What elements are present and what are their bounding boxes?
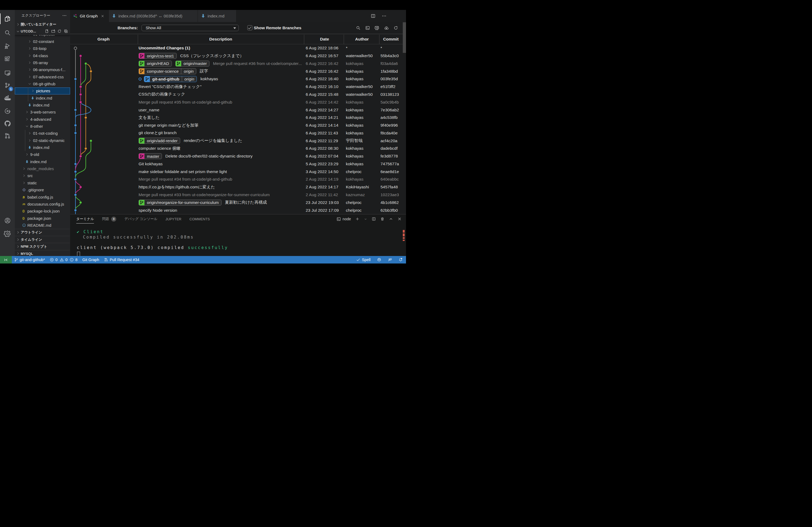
activity-gitlens-icon[interactable] xyxy=(0,105,15,118)
branch-label-origin/css-test1[interactable]: origin/css-test1 xyxy=(139,53,177,59)
commit-row-f03a4da6[interactable]: origin/HEADorigin/masterMerge pull reque… xyxy=(70,60,406,67)
status-item-git-and-github-[interactable]: git-and-github* xyxy=(14,258,45,262)
new-file-icon[interactable] xyxy=(45,29,49,33)
status-item-bell-icon[interactable] xyxy=(398,258,403,262)
tree-item-02-static-dynamic[interactable]: 02-static-dynamic xyxy=(15,137,70,144)
activity-explorer-icon[interactable] xyxy=(0,12,15,25)
trash-icon[interactable] xyxy=(380,217,385,221)
commit-row-9f40e996[interactable]: git merge origin mainなどを加筆6 Aug 2022 14:… xyxy=(70,122,406,129)
tree-item-pictures[interactable]: pictures xyxy=(15,88,70,94)
status-item-git-graph[interactable]: Git Graph xyxy=(83,258,99,262)
open-editors-section[interactable]: 開いているエディター xyxy=(15,21,70,28)
tree-item-3-web-servers[interactable]: 3-web-servers xyxy=(15,109,70,116)
activity-accounts-icon[interactable] xyxy=(0,214,15,227)
close-icon[interactable] xyxy=(397,217,402,221)
commit-row-7475677a[interactable]: Git kokhayas5 Aug 2022 23:29kokhayas7475… xyxy=(70,160,406,168)
tree-item-04-class[interactable]: 04-class xyxy=(15,52,70,59)
activity-remote-explorer-icon[interactable] xyxy=(0,66,15,79)
tree-item-03-loop[interactable]: 03-loop xyxy=(15,45,70,52)
search-icon[interactable] xyxy=(356,26,361,30)
terminal-shell-selector[interactable]: node xyxy=(336,217,351,221)
activity-settings-icon[interactable] xyxy=(0,227,15,240)
activity-docker-icon[interactable] xyxy=(0,91,15,104)
status-item-pull-request-34[interactable]: Pull Request #34 xyxy=(104,258,139,262)
commit-row-62bb3fb0[interactable]: specify Node version23 Jul 2022 17:09che… xyxy=(70,206,406,214)
new-folder-icon[interactable] xyxy=(51,29,56,33)
tree-item-05-array[interactable]: 05-array xyxy=(15,59,70,66)
commit-row-acf4c20a[interactable]: origin/add-renderrenderのページを編集しました6 Aug … xyxy=(70,137,406,145)
collapse-all-icon[interactable] xyxy=(64,29,68,33)
new-terminal-icon[interactable] xyxy=(355,217,360,221)
refresh-icon[interactable] xyxy=(57,29,62,33)
branch-label-computer-science[interactable]: computer-scienceorigin xyxy=(139,68,196,74)
tree-item-readme-md[interactable]: README.md xyxy=(15,222,70,229)
fetch-icon[interactable] xyxy=(384,26,389,30)
tree-item-08-git-github[interactable]: 08-git-github xyxy=(15,80,70,87)
status-item-feedback-icon[interactable] xyxy=(388,258,392,262)
tree-item-package-lock-json[interactable]: {}package-lock.json xyxy=(15,208,70,215)
commit-row-5a0c9b4b[interactable]: Merge pull request #35 from ut-code/git-… xyxy=(70,98,406,106)
tree-item-docusaurus-config-js[interactable]: JSdocusaurus.config.js xyxy=(15,200,70,207)
commit-row-a4c538fb[interactable]: 文を直した6 Aug 2022 14:21kokhayasa4c538fb xyxy=(70,114,406,122)
commit-row-dadebcdf[interactable]: computer science 俯瞰6 Aug 2022 08:30kokha… xyxy=(70,145,406,152)
tree-item-index-md[interactable]: index.md xyxy=(15,102,70,108)
more-actions-icon[interactable] xyxy=(381,13,387,18)
tab-index-md-003fe35d-003fe35d-[interactable]: index.md (003fe35d^ ↔ 003fe35d) xyxy=(109,10,198,22)
activity-source-control-icon[interactable]: 1 xyxy=(0,79,15,92)
commit-row-55b4a3c0[interactable]: origin/css-test1CSS（フレックスボックスまで）6 Aug 20… xyxy=(70,52,406,60)
commit-row-10223ae3[interactable]: Merge pull request #33 from ut-code/reor… xyxy=(70,191,406,199)
sidebar-section-NPM スクリプト[interactable]: NPM スクリプト xyxy=(15,243,70,250)
column-header-description[interactable]: Description xyxy=(199,34,242,45)
tree-item-8-other[interactable]: 8-other xyxy=(15,123,70,130)
commit-row-4b1c6862[interactable]: origin/reorganize-for-summer-curriculum夏… xyxy=(70,199,406,206)
terminal-icon[interactable] xyxy=(365,26,370,30)
status-item-copilot-icon[interactable] xyxy=(377,258,381,262)
activity-run-debug-icon[interactable] xyxy=(0,40,15,52)
branch-label-origin/add-render[interactable]: origin/add-render xyxy=(139,138,180,144)
branch-label-origin/HEAD[interactable]: origin/HEAD xyxy=(139,61,172,67)
remote-indicator[interactable] xyxy=(0,256,12,264)
commit-row-f8cda40e[interactable]: git cloneとgit branch6 Aug 2022 11:43kokh… xyxy=(70,129,406,137)
tree-item-07-advanced-css[interactable]: 07-advanced-css xyxy=(15,73,70,80)
commit-row-003fe35d[interactable]: git-and-githuboriginkokhayas6 Aug 2022 1… xyxy=(70,75,406,83)
branch-label-origin/reorganize-for-summer-curriculum[interactable]: origin/reorganize-for-summer-curriculum xyxy=(139,200,221,206)
tree-item-index-md[interactable]: index.md xyxy=(15,94,70,102)
tree-item-package-json[interactable]: {}package.json xyxy=(15,215,70,222)
commit-row-03138123[interactable]: CSSの節の画像チェック6 Aug 2022 15:48waterwalker5… xyxy=(70,91,406,99)
show-remote-branches-checkbox[interactable] xyxy=(247,25,252,30)
activity-search-icon[interactable] xyxy=(0,26,15,39)
branch-label-origin/master[interactable]: origin/master xyxy=(175,61,210,67)
tree-item-01-not-coding[interactable]: 01-not-coding xyxy=(15,130,70,137)
tree-item-index-md[interactable]: index.md xyxy=(15,144,70,151)
activity-github-icon[interactable] xyxy=(0,117,15,130)
tree-item-9-old[interactable]: 9-old xyxy=(15,151,70,158)
chevron-up-icon[interactable] xyxy=(389,217,393,221)
tree-item--gitignore[interactable]: .gitignore xyxy=(15,186,70,194)
activity-extensions-icon[interactable] xyxy=(0,52,15,65)
commit-row-7e306ab2[interactable]: user_name6 Aug 2022 14:27kokhayas7e306ab… xyxy=(70,106,406,114)
branch-label-git-and-github[interactable]: git-and-githuborigin xyxy=(144,76,197,82)
commit-row-6eae8d1e[interactable]: make sidebar foldable and set prism them… xyxy=(70,168,406,176)
panel-tab-デバッグ コンソール[interactable]: デバッグ コンソール xyxy=(124,214,157,224)
activity-pull-request-icon[interactable] xyxy=(0,129,15,142)
tree-item-node-modules[interactable]: node_modules xyxy=(15,165,70,172)
commit-row-*[interactable]: Uncommitted Changes (1)6 Aug 2022 18:06*… xyxy=(70,44,406,52)
tree-item-02-constant[interactable]: 02-constant xyxy=(15,38,70,45)
column-header-commit[interactable]: Commit xyxy=(369,34,406,45)
close-icon[interactable] xyxy=(101,14,104,18)
commit-row-640eabbc[interactable]: Merge pull request #34 from ut-code/git-… xyxy=(70,176,406,183)
table-scrollbar[interactable] xyxy=(403,22,406,53)
panel-tab-JUPYTER[interactable]: JUPYTER xyxy=(165,214,181,224)
commit-row-e51f3ff2[interactable]: Revert "CSSの節の画像チェック"6 Aug 2022 16:10wat… xyxy=(70,83,406,91)
tab-index-md[interactable]: index.md xyxy=(198,10,236,22)
tree-item-babel-config-js[interactable]: Bbabel.config.js xyxy=(15,194,70,200)
branch-label-master[interactable]: master xyxy=(139,153,162,160)
dropdown-icon[interactable] xyxy=(364,217,367,221)
status-item-problems[interactable]: 008 xyxy=(50,258,77,262)
panel-tab-ターミナル[interactable]: ターミナル xyxy=(76,214,94,224)
tab-git-graph[interactable]: Git Graph xyxy=(70,10,109,22)
settings-gear-icon[interactable] xyxy=(375,26,379,30)
sidebar-section-タイムライン[interactable]: タイムライン xyxy=(15,236,70,243)
sidebar-section-MYSQL[interactable]: MYSQL xyxy=(15,250,70,256)
panel-tab-COMMENTS[interactable]: COMMENTS xyxy=(190,214,210,224)
